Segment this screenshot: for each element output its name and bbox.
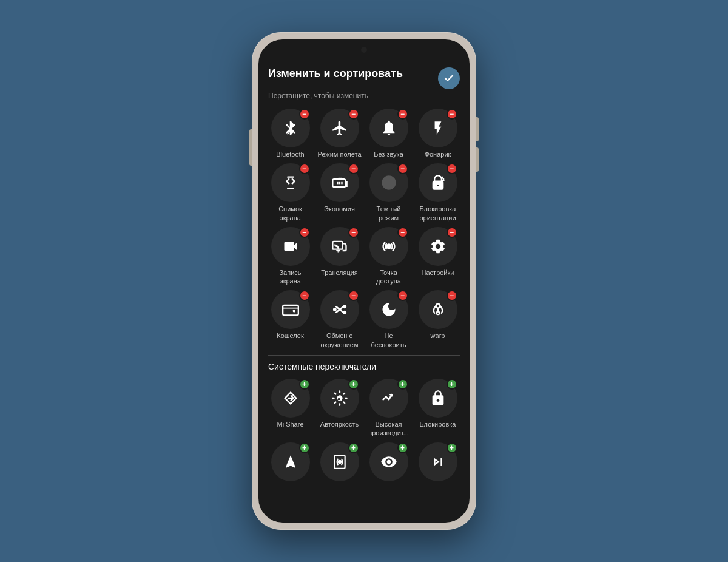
badge-screen-record: − <box>299 227 310 238</box>
badge-auto-brightness: + <box>348 379 359 390</box>
badge-lock: + <box>447 379 457 390</box>
tile-dnd-icon: − <box>369 290 408 329</box>
tile-mi-share[interactable]: + Mi Share <box>268 379 312 438</box>
screen-content: Изменить и сортировать Перетащите, чтобы… <box>258 61 470 523</box>
svg-rect-13 <box>336 250 340 251</box>
badge-wallet: − <box>299 290 310 301</box>
tile-screenshot-icon: − <box>271 163 310 202</box>
tile-eye[interactable]: + <box>366 442 411 481</box>
confirm-button[interactable] <box>438 67 460 89</box>
system-section-title: Системные переключатели <box>268 362 460 371</box>
badge-mi-share: + <box>299 379 310 390</box>
tile-economy-icon: − <box>320 163 359 202</box>
tile-settings-icon: − <box>419 227 457 266</box>
tile-darkmode-icon: − <box>369 163 408 202</box>
svg-rect-2 <box>287 188 294 189</box>
tile-performance-icon: + <box>369 379 408 418</box>
tile-settings[interactable]: − Настройки <box>416 227 460 286</box>
system-tiles-row-2: + + <box>268 442 460 481</box>
tile-bluetooth-label: Bluetooth <box>276 150 304 158</box>
tile-lock-icon: + <box>419 379 457 418</box>
badge-hotspot: − <box>397 227 408 238</box>
tile-share-env-icon: − <box>320 290 359 329</box>
svg-point-9 <box>382 176 396 190</box>
badge-dnd: − <box>397 290 408 301</box>
badge-screenshot: − <box>299 163 310 174</box>
status-bar <box>258 39 470 61</box>
tile-dnd[interactable]: − Не беспокоить <box>366 290 411 349</box>
badge-navigation: + <box>299 442 310 453</box>
tile-dnd-label: Не беспокоить <box>367 331 411 349</box>
tile-flashlight-label: Фонарик <box>425 150 451 158</box>
tile-warp[interactable]: − warp <box>416 290 460 349</box>
tile-screen-record-icon: − <box>271 227 310 266</box>
tile-airplane-icon: − <box>320 109 359 147</box>
page-title: Изменить и сортировать <box>268 67 403 81</box>
tile-hotspot-label: Точка доступа <box>367 268 411 286</box>
tile-flashlight[interactable]: − Фонарик <box>416 109 460 158</box>
quick-tiles-row-2: − Снимок экрана <box>268 163 460 222</box>
tile-warp-label: warp <box>431 331 445 340</box>
tile-performance-label: Высокая производит... <box>367 420 411 438</box>
tile-cast-label: Трансляция <box>321 268 358 277</box>
tile-bluetooth-icon: − <box>271 109 310 147</box>
tile-airplane[interactable]: − Режим полета <box>317 109 362 158</box>
tile-hotspot-icon: − <box>369 227 408 266</box>
tile-media[interactable]: + <box>416 442 460 481</box>
svg-point-11 <box>436 185 439 188</box>
badge-warp: − <box>447 290 457 301</box>
quick-tiles-row-1: − Bluetooth − Режим полета <box>268 109 460 158</box>
phone-frame: Изменить и сортировать Перетащите, чтобы… <box>252 32 476 530</box>
tile-cast[interactable]: − Трансляция <box>317 227 362 286</box>
tile-wallet-icon: − <box>271 290 310 329</box>
quick-tiles-row-4: − Кошелек − <box>268 290 460 349</box>
tile-lock-rotation-label: Блокировка ориентации <box>416 205 460 222</box>
badge-nfc: + <box>348 442 359 453</box>
svg-point-15 <box>386 244 391 248</box>
tile-screen-record[interactable]: − Запись экрана <box>268 227 312 286</box>
tile-silent[interactable]: − Без звука <box>366 109 411 158</box>
power-button[interactable] <box>249 129 252 166</box>
tile-warp-icon: − <box>419 290 457 329</box>
badge-bluetooth: − <box>299 109 310 120</box>
header-text: Изменить и сортировать <box>268 67 403 81</box>
tile-navigation-icon: + <box>271 442 310 481</box>
header-row: Изменить и сортировать <box>268 67 460 89</box>
tile-economy-label: Экономия <box>324 205 355 213</box>
tile-wallet[interactable]: − Кошелек <box>268 290 312 349</box>
tile-performance[interactable]: + Высокая производит... <box>366 379 411 438</box>
badge-economy: − <box>348 163 359 174</box>
tile-lock-rotation[interactable]: − Блокировка ориентации <box>416 163 460 222</box>
tile-cast-icon: − <box>320 227 359 266</box>
svg-rect-12 <box>332 242 342 249</box>
svg-rect-3 <box>332 179 345 187</box>
svg-point-26 <box>338 461 340 463</box>
divider-1 <box>268 355 460 356</box>
tile-nfc[interactable]: + <box>317 442 362 481</box>
badge-flashlight: − <box>447 109 457 120</box>
tile-share-env[interactable]: − Обмен с окружением <box>317 290 362 349</box>
tile-darkmode[interactable]: − Темный режим <box>366 163 411 222</box>
badge-performance: + <box>397 379 408 390</box>
svg-point-21 <box>436 312 439 315</box>
tile-silent-icon: − <box>369 109 408 147</box>
tile-lock-label: Блокировка <box>420 420 456 428</box>
tile-auto-brightness[interactable]: A + Автояркость <box>317 379 362 438</box>
tile-screenshot[interactable]: − Снимок экрана <box>268 163 312 222</box>
badge-silent: − <box>397 109 408 120</box>
volume-down-button[interactable] <box>476 147 479 172</box>
tile-lock-rotation-icon: − <box>419 163 457 202</box>
camera <box>361 47 367 53</box>
tile-silent-label: Без звука <box>374 150 403 158</box>
tile-navigation[interactable]: + <box>268 442 312 481</box>
tile-flashlight-icon: − <box>419 109 457 147</box>
tile-economy[interactable]: − Экономия <box>317 163 362 222</box>
volume-up-button[interactable] <box>476 117 479 141</box>
tile-hotspot[interactable]: − Точка доступа <box>366 227 411 286</box>
tile-bluetooth[interactable]: − Bluetooth <box>268 109 312 158</box>
svg-point-17 <box>332 308 336 312</box>
tile-screenshot-label: Снимок экрана <box>269 205 312 222</box>
tile-mi-share-label: Mi Share <box>277 420 303 428</box>
badge-airplane: − <box>348 109 359 120</box>
tile-lock[interactable]: + Блокировка <box>416 379 460 438</box>
